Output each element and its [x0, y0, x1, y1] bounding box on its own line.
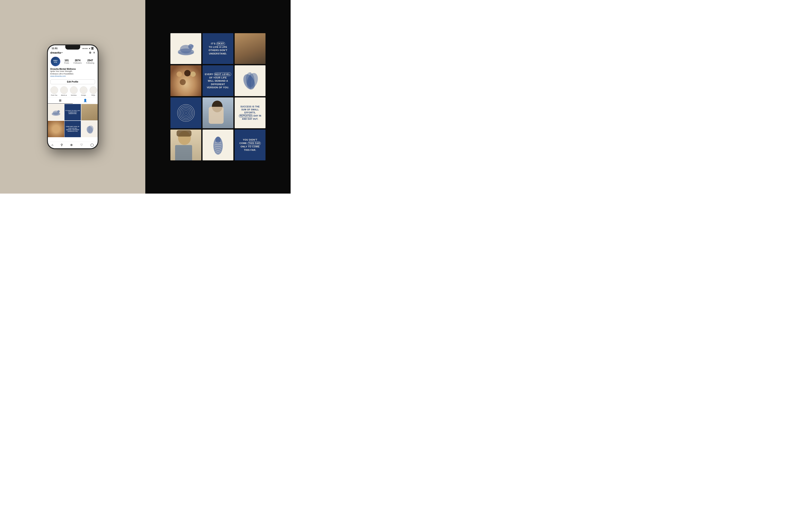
highlight-circle — [70, 87, 78, 94]
rg-cell-spiral[interactable] — [170, 97, 201, 128]
highlight-from-you[interactable]: From You — [51, 87, 58, 96]
ig-header: dreavita ▾ ⊕ ≡ — [48, 50, 98, 55]
rg-text-thisfar: YOU DIDN'TCOME THIS FARONLY TO COMETHIS … — [236, 138, 264, 152]
followers-label: Followers — [73, 62, 82, 64]
svg-point-16 — [177, 104, 194, 121]
ig-bottom-nav: ⌂ ⚲ ⊕ ♡ ◯ — [48, 142, 98, 148]
posts-label: Posts — [64, 62, 69, 64]
svg-point-20 — [184, 110, 189, 115]
rg-cell-couple[interactable] — [235, 33, 266, 64]
chevron-down-icon: ▾ — [61, 52, 62, 54]
ig-nav-tabs: ⊞ 👤 — [48, 97, 98, 104]
phone-outer: 11:51 ▲▲▲ ▲ ▓ dreavita ▾ ⊕ ≡ — [47, 45, 98, 149]
highlight-label-services: Services — [71, 94, 77, 96]
search-icon[interactable]: ⚲ — [61, 143, 63, 147]
ig-stat-posts: 101 Posts — [64, 59, 69, 64]
svg-point-5 — [86, 125, 94, 134]
highlight-groups[interactable]: Groups — [80, 87, 88, 96]
status-icons: ▲▲▲ ▲ ▓ — [82, 47, 94, 50]
highlight-label-fromyou: From You — [51, 94, 57, 96]
ig-stat-following: 2547 Following — [86, 59, 94, 64]
tab-grid[interactable]: ⊞ — [48, 97, 73, 103]
avatar: DREAVITA — [51, 56, 61, 66]
rg-cell-thisfar[interactable]: YOU DIDN'TCOME THIS FARONLY TO COMETHIS … — [235, 130, 266, 160]
highlight-circle — [60, 87, 68, 94]
ig-bio: Dreavita Mental Wellness Ignite Your Inn… — [48, 68, 98, 78]
grid-text-okay: IT'S OKAY TO LIVE A LIFE OTHERS DON'T UN… — [64, 109, 81, 115]
highlight-label-faqs: FAQs — [92, 94, 95, 96]
bio-link[interactable]: www.dreavita.com — [51, 75, 95, 77]
profile-icon[interactable]: ◯ — [90, 143, 94, 147]
wifi-icon: ▲ — [89, 47, 90, 49]
bio-name: Dreavita Mental Wellness — [51, 68, 95, 70]
rg-cell-nextlevel[interactable]: EVERY NEXT LEVELOF YOUR LIFEWILL DEMAND … — [203, 65, 233, 96]
svg-point-19 — [182, 109, 190, 117]
highlight-circle — [90, 87, 97, 94]
svg-point-21 — [185, 112, 187, 114]
rg-cell-okay[interactable]: IT'S OKAYTO LIVE A LIFEOTHERS DON'TUNDER… — [203, 33, 233, 64]
phone-screen: 11:51 ▲▲▲ ▲ ▓ dreavita ▾ ⊕ ≡ — [48, 45, 98, 148]
rg-cell-people[interactable] — [170, 65, 201, 96]
grid-item-5[interactable]: EVERY NEXT LEVEL OF YOUR LIFE WILL DEMAN… — [64, 121, 81, 137]
svg-point-18 — [180, 108, 191, 118]
ig-username[interactable]: dreavita ▾ — [51, 51, 62, 54]
grid-text-nextlevel: EVERY NEXT LEVEL OF YOUR LIFE WILL DEMAN… — [64, 125, 81, 133]
posts-count: 101 — [64, 59, 69, 62]
tab-tagged[interactable]: 👤 — [73, 97, 98, 103]
ig-stats: 101 Posts 2874 Followers 2547 Following — [63, 59, 95, 64]
svg-point-2 — [57, 110, 60, 113]
ig-grid: IT'S OKAY TO LIVE A LIFE OTHERS DON'T UN… — [48, 104, 98, 137]
ig-stat-followers: 2874 Followers — [73, 59, 82, 64]
followers-count: 2874 — [73, 59, 82, 62]
woman-photo — [203, 97, 233, 128]
svg-point-11 — [178, 51, 194, 55]
highlight-label-aboutus: About us — [61, 94, 67, 96]
rg-cell-success[interactable]: SUCCESS IS THESUM OF SMALLEFFORTS,REPEAT… — [235, 97, 266, 128]
add-post-icon[interactable]: ⊕ — [70, 143, 73, 147]
highlight-circle — [80, 87, 88, 94]
grid-item-4[interactable] — [48, 121, 64, 137]
status-time: 11:51 — [52, 47, 58, 50]
grid-item-3[interactable] — [81, 104, 98, 120]
username-text: dreavita — [51, 51, 61, 54]
phone-mockup: 11:51 ▲▲▲ ▲ ▓ dreavita ▾ ⊕ ≡ — [47, 45, 98, 149]
heart-icon[interactable]: ♡ — [80, 143, 83, 147]
highlight-circle — [51, 87, 58, 94]
grid-item-1[interactable] — [48, 104, 64, 120]
grid-item-2[interactable]: IT'S OKAY TO LIVE A LIFE OTHERS DON'T UN… — [64, 104, 81, 120]
rg-text-nextlevel: EVERY NEXT LEVELOF YOUR LIFEWILL DEMAND … — [204, 72, 232, 89]
grid-item-6[interactable] — [81, 121, 98, 137]
bio-line2: Embrace Life's Possibilities — [51, 73, 95, 75]
edit-profile-button[interactable]: Edit Profile — [51, 79, 95, 84]
add-icon[interactable]: ⊕ — [89, 51, 92, 54]
girl-photo — [170, 130, 201, 160]
rg-cell-woman[interactable] — [203, 97, 233, 128]
signal-icon: ▲▲▲ — [82, 47, 88, 49]
rg-cell-girl[interactable] — [170, 130, 201, 160]
menu-icon[interactable]: ≡ — [93, 51, 95, 54]
phone-notch — [65, 45, 80, 50]
avatar-text: DREAVITA — [53, 60, 58, 63]
highlight-label-groups: Groups — [81, 94, 86, 96]
svg-point-3 — [58, 111, 60, 112]
highlight-faqs[interactable]: FAQs — [90, 87, 97, 96]
svg-point-23 — [215, 137, 221, 143]
ig-profile-section: DREAVITA 101 Posts 2874 Followers 2547 — [48, 55, 98, 68]
svg-point-17 — [179, 106, 193, 120]
rg-cell-leaf[interactable] — [235, 65, 266, 96]
rg-text-success: SUCCESS IS THESUM OF SMALLEFFORTS,REPEAT… — [236, 105, 264, 120]
battery-icon: ▓ — [91, 47, 94, 50]
bio-line1: Ignite Your Inner Strength, — [51, 70, 95, 73]
ig-header-icons: ⊕ ≡ — [89, 51, 95, 54]
rg-cell-pinecone[interactable] — [203, 130, 233, 160]
left-panel: 11:51 ▲▲▲ ▲ ▓ dreavita ▾ ⊕ ≡ — [0, 0, 145, 194]
svg-point-10 — [190, 45, 194, 47]
following-count: 2547 — [86, 59, 94, 62]
rg-cell-duck[interactable] — [170, 33, 201, 64]
right-panel: IT'S OKAYTO LIVE A LIFEOTHERS DON'TUNDER… — [145, 0, 291, 194]
highlight-services[interactable]: Services — [70, 87, 78, 96]
home-icon[interactable]: ⌂ — [52, 143, 53, 147]
highlight-about-us[interactable]: About us — [60, 87, 68, 96]
rg-text-okay: IT'S OKAYTO LIVE A LIFEOTHERS DON'TUNDER… — [204, 42, 232, 56]
right-grid-wrapper: IT'S OKAYTO LIVE A LIFEOTHERS DON'TUNDER… — [166, 29, 270, 165]
